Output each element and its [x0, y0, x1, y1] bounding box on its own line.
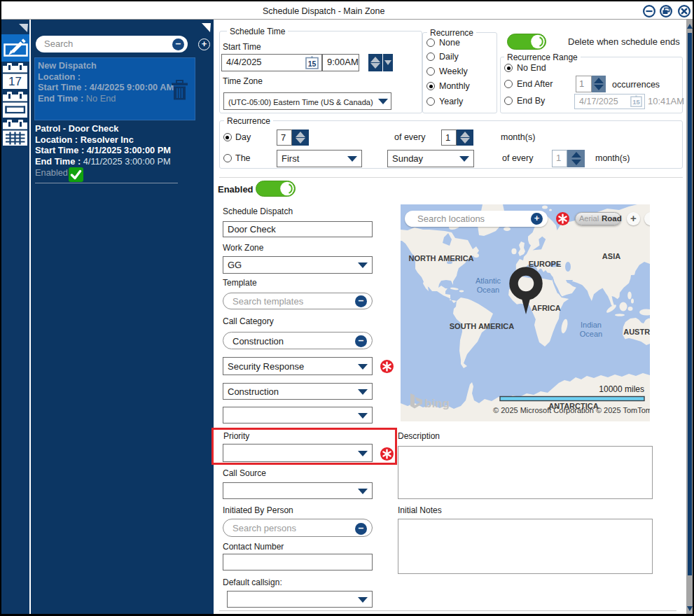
svg-text:AUSTRALIA: AUSTRALIA: [623, 328, 650, 336]
svg-text:NORTH AMERICA: NORTH AMERICA: [408, 254, 473, 262]
svg-text:Ocean: Ocean: [580, 330, 602, 338]
svg-text:10000 miles: 10000 miles: [599, 384, 644, 394]
svg-text:SOUTH AMERICA: SOUTH AMERICA: [450, 322, 515, 330]
svg-text:Atlantic: Atlantic: [476, 276, 501, 285]
svg-text:Indian: Indian: [581, 321, 602, 329]
svg-text:15: 15: [632, 98, 639, 106]
svg-text:15: 15: [308, 59, 317, 68]
svg-text:bing: bing: [424, 397, 450, 410]
svg-text:Ocean: Ocean: [477, 286, 499, 294]
svg-text:17: 17: [8, 75, 22, 88]
svg-text:ASIA: ASIA: [602, 252, 620, 260]
svg-text:© 2025 Microsoft Corporation: © 2025 Microsoft Corporation © 2025 TomT…: [493, 406, 650, 414]
svg-text:AFRICA: AFRICA: [532, 304, 561, 312]
svg-text:EUROPE: EUROPE: [529, 260, 561, 268]
